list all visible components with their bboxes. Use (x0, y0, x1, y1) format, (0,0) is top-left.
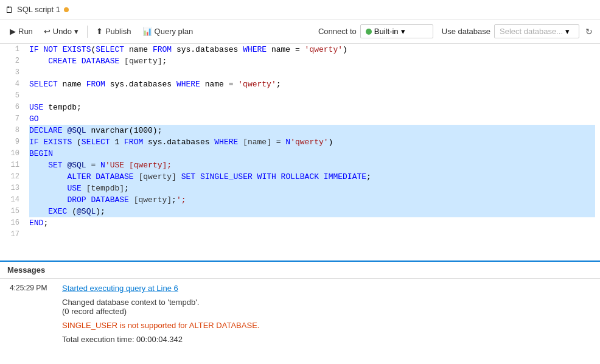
run-button[interactable]: ▶ Run (5, 24, 38, 38)
tab-title: SQL script 1 (17, 5, 60, 14)
code-editor[interactable]: 1234567891011121314151617 IF NOT EXISTS(… (0, 44, 600, 261)
undo-label: Undo (53, 27, 72, 36)
msg-execution-time: Total execution time: 00:00:04.342 (62, 335, 590, 344)
query-plan-button[interactable]: 📊 Query plan (138, 24, 198, 38)
messages-panel: Messages 4:25:29 PM Started executing qu… (0, 261, 600, 364)
sql-script-icon: 🗒 (5, 5, 13, 15)
msg-time-1: 4:25:29 PM (10, 284, 52, 293)
select-database-placeholder: Select database... (500, 27, 563, 36)
connection-status-dot (366, 29, 372, 35)
undo-icon: ↩ (44, 27, 51, 36)
msg-indent-1: Changed database context to 'tempdb'. (0… (10, 298, 590, 316)
msg-record-affected: (0 record affected) (62, 307, 590, 316)
msg-body-1: Started executing query at Line 6 (62, 284, 178, 293)
msg-indent-3: Total execution time: 00:00:04.342 (10, 335, 590, 344)
database-dropdown[interactable]: Select database... ▾ (494, 24, 579, 38)
msg-error-single-user: SINGLE_USER is not supported for ALTER D… (62, 321, 590, 330)
use-database-label: Use database (442, 27, 490, 36)
undo-dropdown-icon: ▾ (74, 27, 78, 36)
messages-content: 4:25:29 PM Started executing query at Li… (0, 279, 600, 364)
title-bar: 🗒 SQL script 1 (0, 0, 600, 19)
connect-section: Connect to Built-in ▾ Use database Selec… (318, 24, 595, 39)
code-content[interactable]: IF NOT EXISTS(SELECT name FROM sys.datab… (24, 44, 600, 261)
connect-to-label: Connect to (318, 27, 357, 36)
undo-button[interactable]: ↩ Undo ▾ (39, 24, 83, 38)
refresh-button[interactable]: ↻ (583, 24, 595, 39)
message-row-1: 4:25:29 PM Started executing query at Li… (10, 284, 590, 293)
publish-button[interactable]: ⬆ Publish (91, 24, 136, 38)
msg-link-1[interactable]: Started executing query at Line 6 (62, 284, 178, 293)
built-in-label: Built-in (374, 27, 399, 36)
messages-header: Messages (0, 262, 600, 279)
publish-icon: ⬆ (96, 27, 103, 36)
refresh-icon: ↻ (585, 27, 593, 37)
query-plan-label: Query plan (155, 27, 194, 36)
line-numbers: 1234567891011121314151617 (0, 44, 24, 261)
run-label: Run (18, 27, 33, 36)
connect-dropdown-arrow: ▾ (401, 27, 405, 36)
toolbar: ▶ Run ↩ Undo ▾ ⬆ Publish 📊 Query plan Co… (0, 19, 600, 44)
connect-dropdown[interactable]: Built-in ▾ (360, 24, 433, 38)
editor-area: 1234567891011121314151617 IF NOT EXISTS(… (0, 44, 600, 261)
query-plan-icon: 📊 (142, 27, 152, 36)
toolbar-divider-1 (87, 26, 88, 38)
messages-title: Messages (7, 265, 45, 275)
run-icon: ▶ (10, 27, 16, 36)
msg-db-context: Changed database context to 'tempdb'. (62, 298, 590, 307)
publish-label: Publish (105, 27, 131, 36)
msg-indent-2: SINGLE_USER is not supported for ALTER D… (10, 321, 590, 330)
modified-indicator (64, 7, 69, 12)
db-dropdown-arrow: ▾ (565, 27, 570, 36)
